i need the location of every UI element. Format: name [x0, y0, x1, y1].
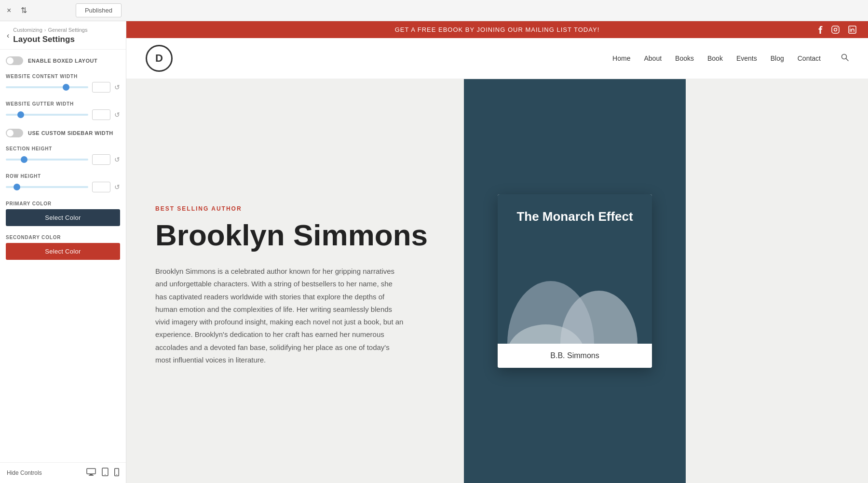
row-height-slider[interactable] [6, 186, 88, 188]
enable-boxed-layout-label: ENABLE BOXED LAYOUT [28, 58, 97, 64]
hero-left: BEST SELLING AUTHOR Brooklyn Simmons Bro… [126, 79, 464, 483]
use-custom-sidebar-toggle[interactable] [6, 129, 23, 137]
secondary-color-button[interactable]: Select Color [6, 243, 120, 260]
book-author-name: B.B. Simmons [505, 351, 644, 360]
breadcrumb-part2: General Settings [48, 27, 88, 33]
hero-right: The Monarch Effect B.B. Simmons [464, 79, 686, 483]
top-bar: × ⇅ Published [0, 0, 868, 21]
sidebar-footer: Hide Controls [0, 462, 126, 483]
social-icons [818, 26, 856, 34]
website-gutter-width-slider[interactable] [6, 114, 88, 116]
website-content-width-group: WEBSITE CONTENT WIDTH 1080 ↺ [6, 74, 120, 93]
breadcrumb: Customizing › General Settings [13, 27, 87, 33]
svg-point-4 [105, 474, 106, 475]
primary-color-group: PRIMARY COLOR Select Color [6, 201, 120, 226]
primary-color-button[interactable]: Select Color [6, 209, 120, 226]
nav-blog[interactable]: Blog [771, 54, 784, 62]
nav-book[interactable]: Book [707, 54, 723, 62]
mobile-icon [114, 468, 119, 476]
svg-point-9 [837, 27, 838, 28]
back-button[interactable]: ‹ [7, 31, 9, 40]
row-height-reset[interactable]: ↺ [114, 183, 120, 191]
desktop-icon [86, 468, 96, 476]
book-cover-graphic [498, 257, 652, 344]
website-content-width-row: 1080 ↺ [6, 82, 120, 93]
instagram-icon [831, 26, 840, 34]
section-height-label: SECTION HEIGHT [6, 146, 120, 151]
book-title: The Monarch Effect [516, 209, 633, 225]
tablet-icon [102, 468, 108, 476]
section-height-value[interactable]: 4 [92, 154, 110, 165]
sort-button[interactable]: ⇅ [19, 4, 29, 17]
website-gutter-width-row: 3 ↺ [6, 109, 120, 120]
sidebar-header: ‹ Customizing › General Settings Layout … [0, 21, 126, 50]
svg-rect-7 [832, 26, 839, 33]
tablet-view-button[interactable] [102, 468, 108, 478]
site-nav: D Home About Books Book Events Blog Cont… [126, 38, 868, 79]
svg-line-15 [846, 59, 849, 61]
breadcrumb-part1: Customizing [13, 27, 42, 33]
website-content-width-slider[interactable] [6, 86, 88, 88]
nav-books[interactable]: Books [675, 54, 694, 62]
website-gutter-width-reset[interactable]: ↺ [114, 111, 120, 119]
row-height-group: ROW HEIGHT 2 ↺ [6, 174, 120, 192]
announcement-bar: GET A FREE EBOOK BY JOINING OUR MAILING … [126, 21, 868, 38]
hide-controls-button[interactable]: Hide Controls [7, 470, 42, 476]
linkedin-icon [848, 26, 856, 34]
sidebar: ‹ Customizing › General Settings Layout … [0, 21, 126, 483]
nav-about[interactable]: About [644, 54, 662, 62]
breadcrumb-arrow: › [44, 27, 46, 33]
primary-color-label: PRIMARY COLOR [6, 201, 120, 206]
search-icon[interactable] [841, 54, 849, 63]
hero-subtitle: BEST SELLING AUTHOR [155, 205, 435, 212]
announcement-wrapper: GET A FREE EBOOK BY JOINING OUR MAILING … [126, 21, 868, 38]
website-content-width-reset[interactable]: ↺ [114, 83, 120, 91]
section-height-slider[interactable] [6, 159, 88, 161]
enable-boxed-layout-toggle[interactable] [6, 56, 23, 65]
published-button[interactable]: Published [76, 3, 122, 17]
section-height-row: 4 ↺ [6, 154, 120, 165]
enable-boxed-layout-row: ENABLE BOXED LAYOUT [6, 56, 120, 65]
row-height-row: 2 ↺ [6, 182, 120, 192]
website-content-width-label: WEBSITE CONTENT WIDTH [6, 74, 120, 79]
book-author-section: B.B. Simmons [498, 344, 652, 368]
use-custom-sidebar-label: USE CUSTOM SIDEBAR WIDTH [28, 130, 113, 136]
section-height-group: SECTION HEIGHT 4 ↺ [6, 146, 120, 165]
use-custom-sidebar-row: USE CUSTOM SIDEBAR WIDTH [6, 129, 120, 137]
website-gutter-width-value[interactable]: 3 [92, 109, 110, 120]
main-layout: ‹ Customizing › General Settings Layout … [0, 21, 868, 483]
svg-point-8 [834, 28, 837, 31]
logo-letter: D [155, 52, 163, 65]
sidebar-content: ENABLE BOXED LAYOUT WEBSITE CONTENT WIDT… [0, 50, 126, 267]
nav-contact[interactable]: Contact [798, 54, 821, 62]
hero-body: Brooklyn Simmons is a celebrated author … [155, 265, 406, 366]
svg-rect-0 [87, 469, 95, 474]
hero-title: Brooklyn Simmons [155, 219, 435, 252]
svg-point-6 [116, 474, 117, 475]
nav-events[interactable]: Events [736, 54, 757, 62]
preview: GET A FREE EBOOK BY JOINING OUR MAILING … [126, 21, 868, 483]
hero-section: BEST SELLING AUTHOR Brooklyn Simmons Bro… [126, 79, 868, 483]
section-height-reset[interactable]: ↺ [114, 156, 120, 163]
nav-home[interactable]: Home [612, 54, 630, 62]
desktop-view-button[interactable] [86, 468, 96, 478]
book-card: The Monarch Effect B.B. Simmons [498, 194, 652, 368]
website-gutter-width-label: WEBSITE GUTTER WIDTH [6, 101, 120, 107]
secondary-color-label: SECONDARY COLOR [6, 235, 120, 240]
website-gutter-width-group: WEBSITE GUTTER WIDTH 3 ↺ [6, 101, 120, 120]
row-height-label: ROW HEIGHT [6, 174, 120, 179]
nav-links: Home About Books Book Events Blog Contac… [612, 54, 849, 63]
mobile-view-button[interactable] [114, 468, 119, 478]
facebook-icon [818, 26, 823, 34]
secondary-color-group: SECONDARY COLOR Select Color [6, 235, 120, 260]
site-logo: D [146, 45, 173, 72]
row-height-value[interactable]: 2 [92, 182, 110, 192]
book-cover: The Monarch Effect [498, 194, 652, 344]
website-content-width-value[interactable]: 1080 [92, 82, 110, 93]
close-button[interactable]: × [5, 4, 13, 17]
sidebar-title: Layout Settings [13, 35, 87, 44]
announcement-text: GET A FREE EBOOK BY JOINING OUR MAILING … [395, 26, 600, 33]
